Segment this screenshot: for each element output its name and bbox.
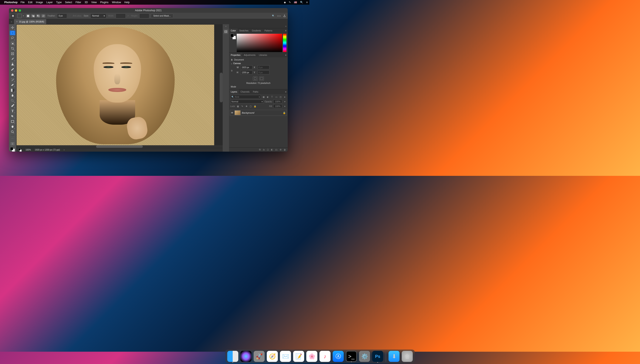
vertical-scrollbar[interactable] [220, 73, 223, 102]
select-and-mask-button[interactable]: Select and Mask... [151, 14, 173, 18]
menu-plugins[interactable]: Plugins [100, 1, 108, 4]
foreground-color-swatch[interactable] [10, 147, 13, 150]
landscape-orientation-button[interactable] [259, 76, 264, 81]
canvas-area[interactable] [16, 24, 223, 145]
menu-3d[interactable]: 3D [85, 1, 88, 4]
document-tab[interactable]: × 15.jpg @ 100% (RGB/8) [14, 19, 47, 24]
dodge-tool[interactable] [10, 98, 15, 103]
tab-color[interactable]: Color [229, 28, 238, 33]
app-menu[interactable]: Photoshop [4, 1, 18, 4]
tab-libraries[interactable]: Libraries [257, 53, 269, 57]
foreground-background-colors[interactable] [10, 147, 15, 152]
crop-tool[interactable] [10, 46, 15, 51]
path-selection-tool[interactable] [10, 114, 15, 119]
fill-dropdown-icon[interactable]: ▾ [283, 104, 286, 108]
hue-slider[interactable] [283, 34, 286, 52]
horizontal-scrollbar[interactable] [96, 145, 143, 148]
delete-layer-icon[interactable]: 🗑 [284, 148, 286, 151]
menu-file[interactable]: File [21, 1, 25, 4]
tab-patterns[interactable]: Patterns [263, 28, 274, 33]
lock-image-icon[interactable]: ✎ [241, 104, 244, 108]
filter-pixel-icon[interactable]: ▦ [262, 95, 265, 98]
adjustment-layer-icon[interactable]: ◐ [271, 148, 273, 151]
pen-tool[interactable] [10, 104, 15, 108]
clone-stamp-tool[interactable] [10, 72, 15, 77]
tab-layers[interactable]: Layers [229, 90, 239, 94]
filter-adjustment-icon[interactable]: ◐ [266, 95, 269, 98]
lock-position-icon[interactable]: ✥ [245, 104, 248, 108]
marquee-tool-icon[interactable] [18, 14, 22, 18]
color-field[interactable] [237, 34, 282, 52]
home-button[interactable] [11, 14, 15, 18]
window-titlebar[interactable]: Adobe Photoshop 2021 [9, 8, 288, 13]
selection-new-icon[interactable] [26, 14, 30, 18]
opacity-input[interactable]: 100% [273, 100, 282, 104]
healing-brush-tool[interactable] [10, 62, 15, 67]
blend-mode-select[interactable]: Normal▾ [230, 100, 264, 104]
layers-panel-menu-icon[interactable]: ≡ [284, 91, 288, 93]
window-close-button[interactable] [11, 9, 14, 12]
menu-window[interactable]: Window [112, 1, 121, 4]
move-tool[interactable] [10, 25, 15, 30]
hand-tool[interactable] [10, 124, 15, 129]
tab-paths[interactable]: Paths [251, 90, 260, 94]
tab-adjustments[interactable]: Adjustments [242, 53, 257, 57]
doc-info-flyout-icon[interactable]: › [64, 149, 64, 151]
spotlight-icon[interactable]: 🔍 [300, 1, 303, 4]
type-tool[interactable]: T [10, 109, 15, 114]
tool-preset-dropdown[interactable]: ▾ [23, 15, 24, 17]
menu-edit[interactable]: Edit [28, 1, 33, 4]
menu-view[interactable]: View [91, 1, 97, 4]
gradient-tool[interactable] [10, 88, 15, 92]
color-panel-menu-icon[interactable]: ≡ [284, 30, 288, 32]
doc-info[interactable]: 1920 px x 1200 px (72 ppi) [35, 149, 60, 151]
selection-subtract-icon[interactable] [36, 14, 40, 18]
menu-filter[interactable]: Filter [76, 1, 81, 4]
canvas-width-input[interactable] [241, 66, 252, 69]
input-source-icon[interactable]: ✎ [289, 1, 291, 4]
object-selection-tool[interactable] [10, 41, 15, 46]
eyedropper-tool[interactable] [10, 56, 15, 61]
blur-tool[interactable] [10, 93, 15, 98]
lasso-tool[interactable] [10, 36, 15, 40]
history-brush-tool[interactable] [10, 77, 15, 82]
marquee-tool[interactable] [10, 30, 15, 36]
zoom-tool[interactable] [10, 130, 15, 134]
share-icon[interactable] [283, 14, 286, 18]
menu-image[interactable]: Image [36, 1, 43, 4]
search-icon[interactable]: 🔍 [272, 15, 275, 17]
fill-input[interactable]: 100% [273, 104, 282, 108]
layer-name[interactable]: Background [242, 112, 282, 114]
eraser-tool[interactable] [10, 82, 15, 88]
quick-mask-toggle[interactable] [10, 142, 15, 146]
layer-filter-select[interactable]: 🔍 Kind▾ [230, 95, 261, 99]
filter-type-icon[interactable]: T [270, 95, 274, 98]
portrait-orientation-button[interactable] [253, 76, 258, 81]
link-layers-icon[interactable]: ⧉ [259, 148, 261, 151]
layer-row-background[interactable]: 👁 Background 🔒 [230, 110, 287, 116]
selection-intersect-icon[interactable] [41, 14, 46, 18]
control-center-icon[interactable]: ≡ [306, 1, 308, 4]
lock-transparency-icon[interactable]: ▩ [236, 104, 240, 108]
flag-icon[interactable]: 🇺🇸 [294, 1, 297, 4]
layer-style-icon[interactable]: fx [263, 148, 265, 151]
menu-select[interactable]: Select [65, 1, 72, 4]
layer-visibility-icon[interactable]: 👁 [231, 112, 233, 114]
properties-panel-menu-icon[interactable]: ≡ [284, 54, 288, 56]
filter-toggle-icon[interactable]: ● [283, 95, 286, 98]
style-select[interactable]: Normal▾ [91, 14, 106, 18]
document-canvas[interactable] [17, 25, 214, 145]
selection-add-icon[interactable] [31, 14, 35, 18]
tab-swatches[interactable]: Swatches [238, 28, 250, 33]
lock-artboard-icon[interactable]: ▢ [249, 104, 252, 108]
tab-close-icon[interactable]: × [16, 20, 18, 23]
opacity-dropdown-icon[interactable]: ▾ [283, 100, 286, 103]
layer-thumbnail[interactable] [235, 110, 241, 115]
filter-smartobject-icon[interactable]: ◫ [279, 95, 282, 98]
group-icon[interactable]: 🗀 [275, 148, 278, 151]
filter-shape-icon[interactable]: ▭ [275, 95, 278, 98]
frame-tool[interactable] [10, 52, 15, 56]
status-colors-icon[interactable] [18, 148, 22, 152]
edit-toolbar-button[interactable]: ⋯ [10, 136, 15, 141]
color-fg-bg-swatch[interactable] [230, 34, 236, 39]
